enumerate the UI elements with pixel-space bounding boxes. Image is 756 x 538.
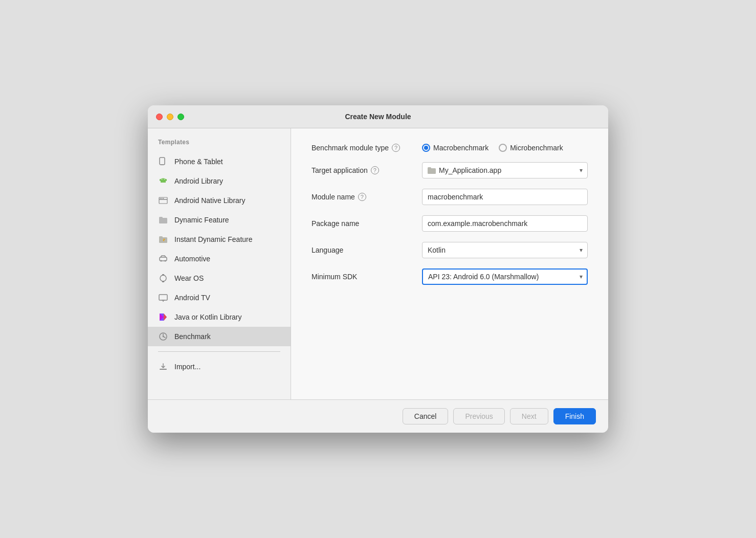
- sidebar-item-android-library[interactable]: Android Library: [148, 171, 291, 191]
- svg-rect-24: [162, 281, 164, 282]
- android-library-icon: [158, 176, 168, 186]
- sidebar-item-instant-dynamic[interactable]: Instant Dynamic Feature: [148, 230, 291, 249]
- sidebar-item-import[interactable]: Import...: [148, 357, 291, 376]
- svg-rect-17: [159, 236, 163, 238]
- module-name-label: Module name ?: [312, 193, 414, 201]
- minimum-sdk-row: Minimum SDK API 23: Android 6.0 (Marshma…: [312, 268, 588, 285]
- kotlin-library-icon: [158, 312, 168, 322]
- main-panel: Benchmark module type ? Macrobenchmark M…: [291, 128, 608, 399]
- finish-button[interactable]: Finish: [553, 408, 596, 424]
- create-new-module-dialog: Create New Module Templates Phone & Tabl…: [148, 105, 608, 433]
- microbenchmark-radio[interactable]: Microbenchmark: [499, 144, 563, 152]
- macrobenchmark-radio-outer: [422, 144, 430, 152]
- target-application-select[interactable]: My_Application.app: [422, 162, 588, 178]
- language-select-wrapper: Kotlin Java ▾: [422, 242, 588, 258]
- target-app-help-icon[interactable]: ?: [371, 166, 379, 174]
- svg-rect-15: [159, 217, 163, 219]
- svg-point-21: [165, 260, 166, 262]
- svg-rect-33: [160, 369, 167, 370]
- svg-point-22: [160, 275, 166, 281]
- microbenchmark-radio-outer: [499, 144, 507, 152]
- svg-rect-1: [161, 165, 164, 165]
- benchmark-help-icon[interactable]: ?: [392, 144, 400, 152]
- sidebar-item-android-native[interactable]: Android Native Library: [148, 191, 291, 210]
- svg-rect-23: [162, 274, 164, 276]
- benchmark-type-radio-group: Macrobenchmark Microbenchmark: [422, 144, 563, 152]
- dialog-body: Templates Phone & Tablet: [148, 128, 608, 399]
- sidebar-item-label: Import...: [174, 363, 201, 371]
- svg-rect-3: [161, 180, 166, 183]
- svg-rect-25: [159, 295, 167, 300]
- sidebar-item-dynamic-feature[interactable]: Dynamic Feature: [148, 210, 291, 230]
- window-controls: [156, 114, 184, 120]
- benchmark-icon: [158, 331, 168, 342]
- svg-point-6: [162, 179, 163, 180]
- benchmark-module-type-label: Benchmark module type ?: [312, 144, 414, 152]
- phone-tablet-icon: [158, 156, 168, 167]
- wear-os-icon: [158, 273, 168, 283]
- sidebar-item-label: Dynamic Feature: [174, 216, 229, 224]
- target-app-wrapper: My_Application.app ▾: [422, 162, 588, 178]
- target-application-label: Target application ?: [312, 166, 414, 174]
- minimize-button[interactable]: [167, 114, 173, 120]
- sidebar-item-label: Android TV: [174, 294, 210, 302]
- title-bar: Create New Module: [148, 105, 608, 128]
- package-name-label: Package name: [312, 219, 414, 228]
- sidebar-item-phone-tablet[interactable]: Phone & Tablet: [148, 152, 291, 171]
- sidebar-divider: [158, 351, 280, 352]
- minimum-sdk-select[interactable]: API 23: Android 6.0 (Marshmallow) API 21…: [422, 268, 588, 285]
- sidebar-item-wear-os[interactable]: Wear OS: [148, 268, 291, 288]
- svg-rect-5: [166, 179, 167, 181]
- svg-marker-30: [164, 313, 167, 321]
- dynamic-feature-icon: [158, 215, 168, 225]
- sidebar-item-label: Benchmark: [174, 332, 211, 341]
- package-name-input[interactable]: [422, 215, 588, 232]
- benchmark-module-type-row: Benchmark module type ? Macrobenchmark M…: [312, 144, 588, 152]
- sidebar-item-label: Instant Dynamic Feature: [174, 235, 253, 243]
- package-name-row: Package name: [312, 215, 588, 232]
- minimum-sdk-select-wrapper: API 23: Android 6.0 (Marshmallow) API 21…: [422, 268, 588, 285]
- sidebar-item-label: Wear OS: [174, 274, 204, 282]
- android-tv-icon: [158, 293, 168, 303]
- svg-point-20: [161, 260, 162, 262]
- svg-point-32: [163, 336, 164, 337]
- maximize-button[interactable]: [177, 114, 184, 120]
- sidebar-header: Templates: [148, 139, 291, 152]
- svg-point-7: [164, 179, 165, 180]
- sidebar-item-automotive[interactable]: Automotive: [148, 249, 291, 268]
- language-row: Language Kotlin Java ▾: [312, 242, 588, 258]
- svg-rect-4: [160, 179, 161, 181]
- automotive-icon: [158, 254, 168, 264]
- module-name-input[interactable]: [422, 189, 588, 205]
- sidebar-item-label: Java or Kotlin Library: [174, 313, 242, 321]
- svg-rect-0: [160, 158, 165, 165]
- cancel-button[interactable]: Cancel: [403, 408, 449, 424]
- previous-button[interactable]: Previous: [453, 408, 504, 424]
- sidebar-item-label: Android Native Library: [174, 196, 246, 205]
- sidebar: Templates Phone & Tablet: [148, 128, 291, 399]
- module-name-row: Module name ?: [312, 189, 588, 205]
- next-button[interactable]: Next: [510, 408, 548, 424]
- sidebar-item-benchmark[interactable]: Benchmark: [148, 327, 291, 346]
- native-library-icon: [158, 195, 168, 206]
- sidebar-item-label: Phone & Tablet: [174, 158, 223, 166]
- minimum-sdk-label: Minimum SDK: [312, 273, 414, 281]
- language-select[interactable]: Kotlin Java: [422, 242, 588, 258]
- svg-point-11: [160, 198, 161, 199]
- module-name-help-icon[interactable]: ?: [358, 193, 366, 201]
- instant-dynamic-icon: [158, 234, 168, 244]
- sidebar-item-label: Android Library: [174, 177, 223, 185]
- sidebar-item-label: Automotive: [174, 255, 210, 263]
- language-label: Language: [312, 246, 414, 254]
- close-button[interactable]: [156, 114, 163, 120]
- macrobenchmark-radio-inner: [424, 146, 428, 150]
- dialog-title: Create New Module: [345, 113, 411, 121]
- dialog-footer: Cancel Previous Next Finish: [148, 399, 608, 433]
- svg-point-12: [162, 198, 163, 199]
- sidebar-item-android-tv[interactable]: Android TV: [148, 288, 291, 307]
- macrobenchmark-radio[interactable]: Macrobenchmark: [422, 144, 488, 152]
- import-icon: [158, 362, 168, 372]
- sidebar-item-kotlin-library[interactable]: Java or Kotlin Library: [148, 307, 291, 327]
- target-application-row: Target application ? My_Application.app …: [312, 162, 588, 178]
- svg-point-13: [163, 198, 164, 199]
